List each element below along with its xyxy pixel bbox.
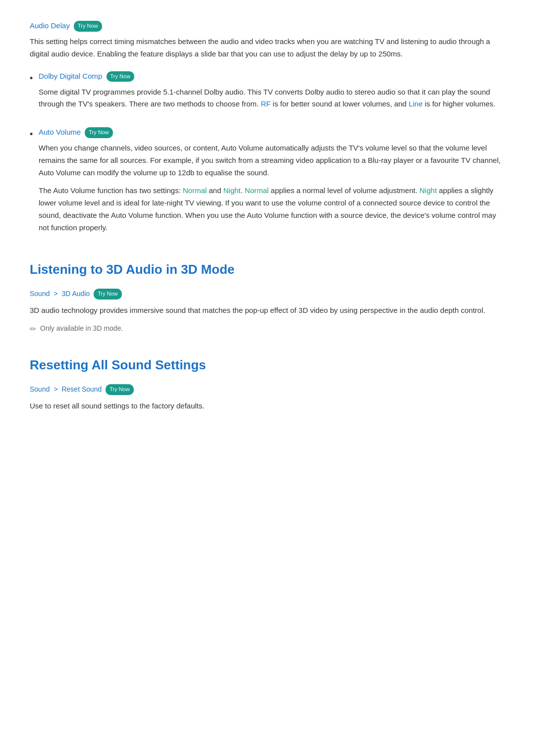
section-3d-description: 3D audio technology provides immersive s… [30,304,505,317]
dolby-bullet-item: • Dolby Digital Comp Try Now Some digita… [30,70,505,117]
breadcrumb-3d-try-now[interactable]: Try Now [94,289,122,300]
breadcrumb-reset-part2: Reset Sound [61,385,102,393]
section-3d-note: ✏ Only available in 3D mode. [30,323,505,336]
dolby-digital-section: • Dolby Digital Comp Try Now Some digita… [30,70,505,117]
auto-volume-night: Night [223,186,241,195]
breadcrumb-reset: Sound > Reset Sound Try Now [30,384,505,395]
auto-volume-and: and [207,186,223,195]
auto-volume-title: Auto Volume Try Now [39,126,505,138]
auto-volume-desc2-prefix: The Auto Volume function has two setting… [39,186,183,195]
audio-delay-try-now[interactable]: Try Now [74,21,102,32]
dolby-digital-label: Dolby Digital Comp [39,72,102,80]
breadcrumb-3d-part2: 3D Audio [61,290,90,298]
dolby-line: Line [409,100,423,108]
auto-volume-normal-again: Normal [245,186,268,195]
auto-volume-desc2: The Auto Volume function has two setting… [39,185,505,234]
breadcrumb-3d: Sound > 3D Audio Try Now [30,288,505,300]
auto-volume-normal1: Normal [183,186,207,195]
auto-volume-bullet-item: • Auto Volume Try Now When you change ch… [30,126,505,240]
dolby-line-desc: is for higher volumes. [425,100,495,108]
audio-delay-label: Audio Delay [30,21,70,30]
auto-volume-section: • Auto Volume Try Now When you change ch… [30,126,505,240]
auto-volume-bullet-content: Auto Volume Try Now When you change chan… [39,126,505,240]
dolby-digital-description: Some digital TV programmes provide 5.1-c… [39,86,505,111]
auto-volume-night-again: Night [420,186,437,195]
auto-volume-period: . [241,186,245,195]
auto-volume-try-now[interactable]: Try Now [85,127,113,138]
dolby-digital-title: Dolby Digital Comp Try Now [39,70,505,82]
auto-volume-label: Auto Volume [39,128,81,136]
audio-delay-title: Audio Delay Try Now [30,20,505,32]
dolby-digital-try-now[interactable]: Try Now [107,71,135,82]
dolby-bullet-dot: • [30,71,39,86]
dolby-bullet-content: Dolby Digital Comp Try Now Some digital … [39,70,505,117]
breadcrumb-3d-separator: > [54,290,57,298]
section-reset-sound: Resetting All Sound Settings Sound > Res… [30,355,505,412]
audio-delay-section: Audio Delay Try Now This setting helps c… [30,20,505,60]
section-reset-description: Use to reset all sound settings to the f… [30,400,505,412]
auto-volume-desc1: When you change channels, video sources,… [39,142,505,179]
auto-volume-normal-desc: applies a normal level of volume adjustm… [268,186,419,195]
breadcrumb-reset-try-now[interactable]: Try Now [106,384,134,395]
dolby-rf-desc: is for better sound at lower volumes, an… [273,100,409,108]
section-3d-heading: Listening to 3D Audio in 3D Mode [30,259,505,280]
breadcrumb-reset-separator: > [54,385,57,393]
audio-delay-description: This setting helps correct timing mismat… [30,36,505,60]
breadcrumb-3d-part1: Sound [30,290,50,298]
auto-volume-bullet-dot: • [30,127,39,142]
dolby-rf: RF [261,100,270,108]
section-3d-audio: Listening to 3D Audio in 3D Mode Sound >… [30,259,505,335]
section-reset-heading: Resetting All Sound Settings [30,355,505,376]
section-3d-note-text: Only available in 3D mode. [40,323,123,334]
breadcrumb-reset-part1: Sound [30,385,50,393]
pencil-icon: ✏ [30,323,36,336]
